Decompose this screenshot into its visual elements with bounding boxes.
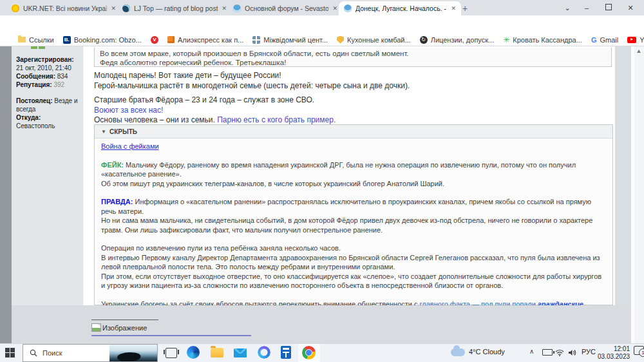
- cortana-swirl-button[interactable]: [258, 346, 270, 359]
- bookmark-red-v[interactable]: V: [151, 36, 158, 44]
- tab-search-chevron-icon[interactable]: ⌄: [559, 3, 576, 13]
- bookmark-licenses[interactable]: ↻Лицензии, допуск...: [420, 36, 495, 44]
- bookmark-links-folder[interactable]: Ссылки: [18, 36, 54, 44]
- signature-image-placeholder[interactable]: Изображение: [91, 323, 147, 332]
- search-icon: [30, 349, 37, 357]
- dark-globe-icon: ↻: [420, 36, 428, 44]
- reputation-row: Репутация: 392: [16, 81, 79, 89]
- taskbar-search-box[interactable]: Поиск: [23, 344, 158, 362]
- bookmark-kitchen[interactable]: Кухонные комбай...: [337, 36, 411, 44]
- signature-link-underline: [91, 335, 251, 336]
- mail-button[interactable]: [234, 348, 247, 357]
- scroll-up-arrow-icon[interactable]: [637, 50, 641, 53]
- bookmark-krovat[interactable]: ✳Кровать Кассандра...: [503, 36, 582, 44]
- signature-separator: [91, 319, 158, 320]
- tab-close-icon[interactable]: ✕: [332, 5, 337, 12]
- forum-page: Зарегистрирован: 21 окт, 2010, 21:40 Соо…: [0, 46, 644, 343]
- calculator-button[interactable]: [281, 346, 291, 359]
- broken-image-icon: [91, 323, 101, 332]
- messages-label: Сообщения:: [16, 73, 55, 80]
- browser-toolbar: ← → ↻ ⌂ forum.sevastopol.info/viewtopic.…: [0, 15, 644, 33]
- image-placeholder-label: Изображение: [102, 324, 147, 332]
- spoiler-toggle-label: СКРЫТЬ: [109, 128, 137, 135]
- action-center-icon[interactable]: 1: [634, 346, 644, 355]
- wifi-icon[interactable]: [555, 347, 564, 359]
- aliexpress-icon: [167, 36, 175, 43]
- chrome-taskbar-button[interactable]: [298, 344, 320, 362]
- fake-paragraph: ФЕЙК: Мальчику Фёдору, раненому во время…: [101, 160, 606, 189]
- keyboard-language[interactable]: РУС: [582, 348, 596, 356]
- speaker-icon[interactable]: [568, 347, 576, 359]
- folder-icon: [18, 37, 26, 43]
- tray-chevron-icon[interactable]: ∧: [529, 348, 534, 355]
- sevastopol-favicon: [344, 5, 352, 12]
- quote-line: Во всем этом мраке, который произошел в …: [100, 49, 606, 58]
- bookmark-booking[interactable]: B.Booking.com: Obzo...: [63, 36, 142, 44]
- bookmark-aliexpress[interactable]: Алиэкспресс как п...: [167, 36, 243, 44]
- from-row: Откуда: Севастополь: [16, 113, 79, 130]
- window-close-button[interactable]: ✕: [622, 3, 639, 13]
- tab-forum-main[interactable]: Основной форум - Sevastopol.i ✕: [228, 1, 343, 15]
- reputation-label: Репутация:: [16, 81, 52, 88]
- window-minimize-button[interactable]: –: [578, 3, 595, 13]
- weather-text[interactable]: 4°C Cloudy: [469, 348, 505, 356]
- registered-label: Зарегистрирован:: [16, 56, 74, 63]
- green-sparkle-icon: ✳: [503, 36, 509, 44]
- start-button[interactable]: [5, 348, 15, 357]
- spoiler-toggle[interactable]: ▼ СКРЫТЬ: [95, 125, 612, 138]
- desktop-screen: UKR.NET: Всі новини України, о ✕ LJ Top …: [0, 0, 644, 362]
- chrome-icon: [302, 346, 316, 359]
- quote-line: Федя абсолютно героический ребенок. Трет…: [100, 58, 606, 67]
- tab-title: Основной форум - Sevastopol.i: [245, 5, 328, 12]
- resident-label: Постоялец:: [16, 97, 53, 104]
- search-placeholder[interactable]: Поиск: [43, 349, 62, 357]
- bookmark-mizhvidomchyi[interactable]: Міжвідомчий цент...: [252, 36, 328, 44]
- search-highlight-image[interactable]: [109, 345, 157, 361]
- google-g-icon: G: [591, 36, 597, 44]
- mail-icon: [234, 348, 247, 357]
- from-label: Откуда:: [16, 114, 41, 121]
- bookmarks-bar: Ссылки B.Booking.com: Obzo... V Алиэкспр…: [0, 33, 644, 46]
- browser-tab-strip: UKR.NET: Всі новини України, о ✕ LJ Top …: [0, 0, 644, 15]
- edge-taskbar-button[interactable]: [187, 346, 200, 359]
- task-view-icon: [166, 348, 177, 358]
- bookmark-gmail[interactable]: GGmail: [591, 36, 618, 44]
- tab-title: UKR.NET: Всі новини України, о: [23, 5, 107, 12]
- page-left-margin: [0, 46, 12, 343]
- restore-icon: [605, 4, 612, 10]
- messages-row: Сообщения: 834: [16, 72, 79, 81]
- window-restore-button[interactable]: [600, 3, 617, 13]
- grid-icon: [252, 36, 260, 44]
- spoiler-box: ▼ СКРЫТЬ Война с фейками ФЕЙК: Мальчику …: [94, 124, 613, 305]
- post-link[interactable]: Воюют за всех нас!: [94, 106, 163, 115]
- post-paragraph: Старшие братья Фёдора – 23 и 24 года – с…: [94, 95, 612, 126]
- tab-ljtop[interactable]: LJ Top — rating of blog posts ✕: [117, 1, 232, 15]
- tab-close-icon[interactable]: ✕: [451, 5, 456, 12]
- battery-icon[interactable]: [542, 349, 553, 356]
- vertical-scrollbar[interactable]: [634, 46, 644, 343]
- tray-clock[interactable]: 12:01 03.03.2023: [598, 345, 630, 361]
- tab-topic-active[interactable]: Донецк, Луганск. Началось. - С ✕: [339, 1, 461, 15]
- new-tab-button[interactable]: +: [459, 3, 471, 15]
- warfakes-source-link[interactable]: Война с фейками: [101, 142, 159, 150]
- file-explorer-button[interactable]: [211, 348, 223, 357]
- notification-badge: 1: [639, 348, 644, 357]
- task-view-button[interactable]: [166, 348, 177, 358]
- tab-close-icon[interactable]: ✕: [111, 5, 116, 12]
- bookmark-youtube[interactable]: YouTube: [627, 36, 644, 44]
- ljtop-favicon: [122, 5, 130, 12]
- post-body: Во всем этом мраке, который произошел в …: [84, 46, 615, 305]
- truth-paragraph: ПРАВДА: Информация о «касательном ранени…: [101, 197, 606, 234]
- resident-row: Постоялец: Везде и всегда: [16, 97, 79, 113]
- fake-label: ФЕЙК:: [101, 161, 126, 169]
- sevastopol-favicon: [233, 5, 241, 12]
- tab-ukrnet[interactable]: UKR.NET: Всі новини України, о ✕: [6, 1, 121, 15]
- weather-cloud-icon[interactable]: [451, 348, 465, 356]
- author-info-panel: Зарегистрирован: 21 окт, 2010, 21:40 Соо…: [12, 46, 84, 305]
- post-paragraph: Молодец парень! Вот такие дети – будущее…: [94, 71, 612, 91]
- post-link[interactable]: Парню есть с кого брать пример.: [217, 115, 336, 124]
- triangle-down-icon: ▼: [101, 129, 106, 135]
- signature-area: Изображение: [12, 305, 631, 343]
- tab-close-icon[interactable]: ✕: [222, 5, 227, 12]
- booking-icon: B.: [63, 36, 71, 44]
